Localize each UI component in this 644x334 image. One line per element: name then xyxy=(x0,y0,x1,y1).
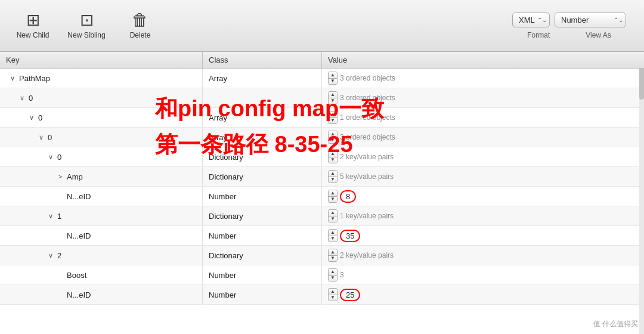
disclosure-triangle[interactable]: ∨ xyxy=(8,75,17,82)
value-stepper[interactable]: ▲▼ xyxy=(328,288,338,301)
stepper-down[interactable]: ▼ xyxy=(329,276,337,282)
key-cell: Boost xyxy=(0,265,203,284)
disclosure-triangle[interactable]: ∨ xyxy=(47,212,55,220)
disclosure-triangle[interactable]: ∨ xyxy=(37,134,45,141)
viewas-select[interactable]: Number xyxy=(555,13,626,27)
disclosure-triangle[interactable]: ∨ xyxy=(47,153,55,161)
class-cell xyxy=(203,88,322,107)
key-text: 0 xyxy=(57,153,61,162)
new-child-icon: ⊞ xyxy=(26,12,40,29)
delete-button[interactable]: 🗑 Delete xyxy=(113,5,167,47)
stepper-down[interactable]: ▼ xyxy=(329,295,337,301)
stepper-up[interactable]: ▲ xyxy=(329,92,337,98)
new-sibling-label: New Sibling xyxy=(67,31,105,39)
stepper-up[interactable]: ▲ xyxy=(329,289,337,295)
delete-label: Delete xyxy=(130,31,151,39)
key-cell: ∨PathMap xyxy=(0,69,203,88)
format-label: Format xyxy=(527,31,550,39)
key-text: 0 xyxy=(48,133,52,142)
col-class: Class xyxy=(203,52,322,68)
stepper-up[interactable]: ▲ xyxy=(329,190,337,197)
new-child-button[interactable]: ⊞ New Child xyxy=(6,5,60,47)
stepper-up[interactable]: ▲ xyxy=(329,72,337,79)
viewas-select-wrapper[interactable]: Number xyxy=(555,13,626,27)
stepper-up[interactable]: ▲ xyxy=(329,131,337,138)
value-cell: ▲▼3 xyxy=(322,265,644,284)
table-row: ∨0Array▲▼1 ordered objects xyxy=(0,108,644,128)
class-cell: Dictionary xyxy=(203,147,322,166)
stepper-down[interactable]: ▼ xyxy=(329,118,337,124)
value-text: 25 xyxy=(340,289,360,301)
stepper-up[interactable]: ▲ xyxy=(329,171,337,177)
key-cell: ∨2 xyxy=(0,246,203,265)
key-text: 0 xyxy=(29,94,33,103)
stepper-down[interactable]: ▼ xyxy=(329,217,337,222)
stepper-up[interactable]: ▲ xyxy=(329,210,337,217)
stepper-down[interactable]: ▼ xyxy=(329,177,337,183)
key-text: 1 xyxy=(57,212,61,221)
stepper-down[interactable]: ▼ xyxy=(329,236,337,242)
class-cell: Array xyxy=(203,128,322,147)
stepper-up[interactable]: ▲ xyxy=(329,151,337,157)
value-stepper[interactable]: ▲▼ xyxy=(328,131,338,144)
stepper-up[interactable]: ▲ xyxy=(329,249,337,256)
new-sibling-button[interactable]: ⊡ New Sibling xyxy=(60,5,113,47)
value-cell: ▲▼5 key/value pairs xyxy=(322,167,644,186)
value-stepper[interactable]: ▲▼ xyxy=(328,190,338,203)
stepper-down[interactable]: ▼ xyxy=(329,98,337,104)
stepper-up[interactable]: ▲ xyxy=(329,112,337,118)
disclosure-triangle[interactable]: > xyxy=(56,173,64,180)
table-row: ∨0Array▲▼3 ordered objects xyxy=(0,128,644,147)
value-text: 3 ordered objects xyxy=(340,133,395,141)
watermark: 值 什么值得买 xyxy=(593,319,638,329)
class-cell: Dictionary xyxy=(203,246,322,265)
value-cell: ▲▼25 xyxy=(322,285,644,304)
stepper-down[interactable]: ▼ xyxy=(329,197,337,203)
value-cell: ▲▼3 ordered objects xyxy=(322,88,644,107)
stepper-down[interactable]: ▼ xyxy=(329,256,337,262)
key-text: 0 xyxy=(38,113,42,122)
stepper-down[interactable]: ▼ xyxy=(329,138,337,144)
format-select-wrapper[interactable]: XML xyxy=(512,13,550,27)
stepper-down[interactable]: ▼ xyxy=(329,157,337,163)
value-text: 1 key/value pairs xyxy=(340,212,394,220)
value-stepper[interactable]: ▲▼ xyxy=(328,170,338,183)
value-stepper[interactable]: ▲▼ xyxy=(328,72,338,85)
value-cell: ▲▼3 ordered objects xyxy=(322,128,644,147)
format-select[interactable]: XML xyxy=(512,13,550,27)
table-row: ∨PathMapArray▲▼3 ordered objects xyxy=(0,69,644,88)
value-cell: ▲▼2 key/value pairs xyxy=(322,147,644,166)
table-row: ∨2Dictionary▲▼2 key/value pairs xyxy=(0,246,644,265)
table-row: ∨1Dictionary▲▼1 key/value pairs xyxy=(0,206,644,226)
stepper-up[interactable]: ▲ xyxy=(329,269,337,276)
stepper-down[interactable]: ▼ xyxy=(329,79,337,85)
table-row: ∨0▲▼3 ordered objects xyxy=(0,88,644,108)
value-stepper[interactable]: ▲▼ xyxy=(328,249,338,262)
key-cell: N...eID xyxy=(0,226,203,245)
class-cell: Number xyxy=(203,285,322,304)
value-stepper[interactable]: ▲▼ xyxy=(328,150,338,163)
value-stepper[interactable]: ▲▼ xyxy=(328,229,338,242)
new-sibling-icon: ⊡ xyxy=(80,12,94,29)
disclosure-triangle[interactable]: ∨ xyxy=(18,94,26,102)
key-text: N...eID xyxy=(67,290,91,299)
stepper-up[interactable]: ▲ xyxy=(329,230,337,236)
value-cell: ▲▼1 ordered objects xyxy=(322,108,644,127)
key-text: Amp xyxy=(67,172,83,181)
value-stepper[interactable]: ▲▼ xyxy=(328,209,338,222)
value-text: 3 ordered objects xyxy=(340,74,395,82)
class-cell: Number xyxy=(203,226,322,245)
format-group: XML Number Format View As xyxy=(512,13,626,39)
value-stepper[interactable]: ▲▼ xyxy=(328,268,338,282)
value-cell: ▲▼35 xyxy=(322,226,644,245)
value-cell: ▲▼1 key/value pairs xyxy=(322,206,644,225)
value-stepper[interactable]: ▲▼ xyxy=(328,111,338,124)
disclosure-triangle[interactable]: ∨ xyxy=(27,114,36,122)
table-row: N...eIDNumber▲▼8 xyxy=(0,187,644,206)
value-text: 2 key/value pairs xyxy=(340,251,394,259)
col-key: Key xyxy=(0,52,203,68)
toolbar: ⊞ New Child ⊡ New Sibling 🗑 Delete XML N… xyxy=(0,0,644,52)
disclosure-triangle[interactable]: ∨ xyxy=(47,252,55,259)
table-body: ∨PathMapArray▲▼3 ordered objects∨0▲▼3 or… xyxy=(0,69,644,305)
value-stepper[interactable]: ▲▼ xyxy=(328,91,338,104)
